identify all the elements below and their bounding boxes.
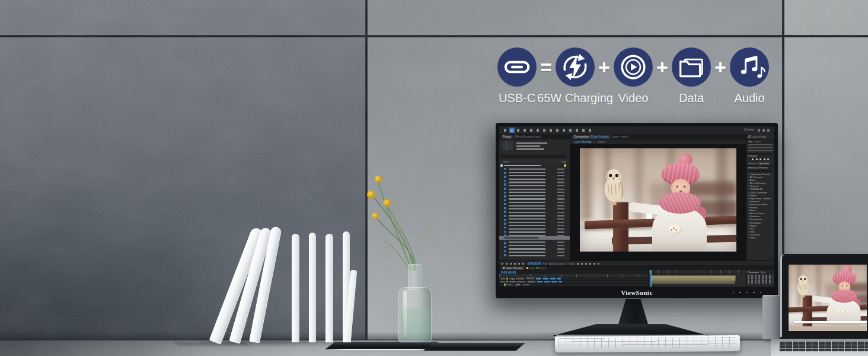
book-spine: [326, 234, 333, 342]
tab-info[interactable]: Info: [748, 140, 752, 143]
timeline-timecode[interactable]: 0:00:00:00: [501, 271, 516, 274]
shortcut-label: Shortcut: [748, 162, 757, 165]
laptop-video-preview[interactable]: [789, 265, 867, 331]
timeline-tab-active[interactable]: Cyber Monday: [501, 266, 525, 270]
osd-buttons[interactable]: [733, 292, 762, 294]
composition-viewer[interactable]: [570, 144, 746, 260]
feature-usbc: USB-C: [497, 47, 537, 105]
preview-photo: [789, 265, 867, 326]
laptop-screen: [780, 254, 868, 339]
video-icon: [614, 47, 653, 87]
laptop-keyboard-deck: [771, 339, 868, 356]
timeline-tab[interactable]: Copy: [526, 266, 535, 269]
tab-audio[interactable]: Audio: [755, 140, 761, 143]
comp-breadcrumb[interactable]: Cyber Monday: [574, 141, 592, 144]
comp-breadcrumb-scene[interactable]: Scene: [598, 141, 605, 144]
book-spine: [309, 233, 316, 342]
feature-label: 65W Charging: [537, 91, 613, 105]
tab-paragraph[interactable]: Paragraph: [748, 271, 759, 274]
data-icon: [672, 47, 711, 87]
search-help[interactable]: Search Help: [746, 134, 774, 139]
effects-search-input[interactable]: [748, 170, 773, 172]
paragraph-buttons[interactable]: [748, 275, 773, 279]
viewsonic-monitor: Libraries Project Effect Controls (none): [496, 123, 778, 299]
info-readout: [748, 144, 773, 152]
ae-toolbar[interactable]: Libraries: [499, 126, 774, 135]
ae-timeline-panel[interactable]: Cyber Monday Copy Scene 0:00:00:00: [499, 265, 774, 287]
plus-sign: +: [713, 47, 727, 87]
desk-tray: [423, 343, 525, 351]
layer-duration-bar[interactable]: [650, 281, 735, 284]
video-progress-bar[interactable]: [794, 321, 867, 324]
timeline-tab[interactable]: Scene: [537, 266, 547, 269]
mask-mode-dropdown[interactable]: Add: [515, 284, 521, 286]
desk-pen-holder: [762, 295, 781, 339]
layer-duration-bar[interactable]: [650, 275, 736, 281]
laptop-keys[interactable]: [779, 341, 868, 351]
ae-right-panel[interactable]: Search Help Info Audio Preview Shortcut …: [746, 134, 774, 260]
resolution-dropdown[interactable]: Full: [543, 262, 547, 265]
panel-icons[interactable]: [502, 263, 525, 265]
tab-composition[interactable]: Composition: Cyber Monday: [572, 135, 611, 139]
ae-project-panel[interactable]: Project Effect Controls (none) Name Type: [499, 134, 570, 260]
project-search-input[interactable]: [501, 155, 566, 158]
feature-video: Video: [614, 47, 653, 105]
ae-tool-icons[interactable]: [504, 129, 593, 132]
blend-mode-dropdown[interactable]: Normal: [526, 281, 536, 283]
paragraph-align-panel[interactable]: Paragraph Align: [746, 270, 774, 287]
playhead[interactable]: [650, 270, 652, 287]
tab-project[interactable]: Project: [501, 135, 513, 139]
shortcut-dropdown[interactable]: Spacebar: [758, 161, 771, 165]
feature-audio: Audio: [730, 47, 769, 105]
search-icon: [748, 135, 751, 138]
charging-icon: [556, 47, 595, 87]
libraries-label[interactable]: Libraries: [744, 128, 754, 131]
workspace-icons[interactable]: [758, 129, 771, 132]
folder-name: [504, 165, 541, 167]
desk-tray-edge: [320, 349, 441, 350]
feature-charging: 65W Charging: [556, 47, 595, 105]
audio-icon: [730, 47, 769, 87]
project-folder-row[interactable]: [500, 164, 569, 167]
tab-layer[interactable]: Layer: (none): [612, 135, 628, 138]
paragraph-buttons[interactable]: [748, 279, 773, 284]
project-item-preview: [501, 141, 568, 154]
glass-vase-neck: [408, 264, 422, 290]
feature-label: Video: [618, 91, 649, 105]
project-file-list[interactable]: [500, 168, 569, 257]
selected-file-row[interactable]: [499, 236, 570, 240]
usb-c-icon: [497, 47, 537, 87]
feature-label: USB-C: [499, 91, 535, 105]
view-count-dropdown[interactable]: 1 View: [567, 262, 575, 265]
label-swatch: [564, 164, 566, 167]
ae-composition-panel[interactable]: Composition: Cyber Monday Layer: (none) …: [570, 134, 746, 260]
effect-category-list[interactable]: › * Animation Presets › 3D Channel › Aud…: [748, 173, 774, 239]
time-ruler[interactable]: [649, 270, 746, 274]
usb-feature-banner: USB-C = 65W Charging + Video +: [497, 47, 769, 105]
feature-label: Audio: [734, 91, 764, 105]
item-thumbnail: [502, 141, 513, 150]
monitor-screen: Libraries Project Effect Controls (none): [499, 126, 774, 287]
book-spine: [292, 234, 299, 342]
equals-sign: =: [539, 47, 553, 87]
effects-presets-header[interactable]: Effects & Presets: [746, 165, 774, 169]
keyboard-keys[interactable]: [559, 337, 736, 348]
preview-transport-buttons[interactable]: [746, 157, 774, 161]
desktop-keyboard[interactable]: [555, 335, 740, 352]
feature-data: Data: [672, 47, 711, 105]
view-dropdown[interactable]: Active Camera: [549, 262, 564, 265]
viewer-timecode[interactable]: 0:00:00:00: [528, 262, 541, 265]
caret-icon: ▾: [594, 141, 595, 144]
tab-effect-controls[interactable]: Effect Controls (none): [515, 135, 541, 138]
plus-sign: +: [655, 47, 669, 87]
viewer-icons[interactable]: [577, 263, 601, 265]
plus-sign: +: [597, 47, 611, 87]
blend-mode-dropdown[interactable]: Normal: [525, 277, 535, 279]
timeline-ruler[interactable]: [649, 270, 746, 287]
preview-panel-header[interactable]: Preview: [746, 153, 774, 157]
folder-icon: [500, 164, 503, 167]
in-out-values: [536, 278, 561, 279]
tab-align[interactable]: Align: [761, 271, 766, 274]
column-type[interactable]: Type: [561, 160, 566, 163]
column-name[interactable]: Name: [503, 160, 509, 163]
